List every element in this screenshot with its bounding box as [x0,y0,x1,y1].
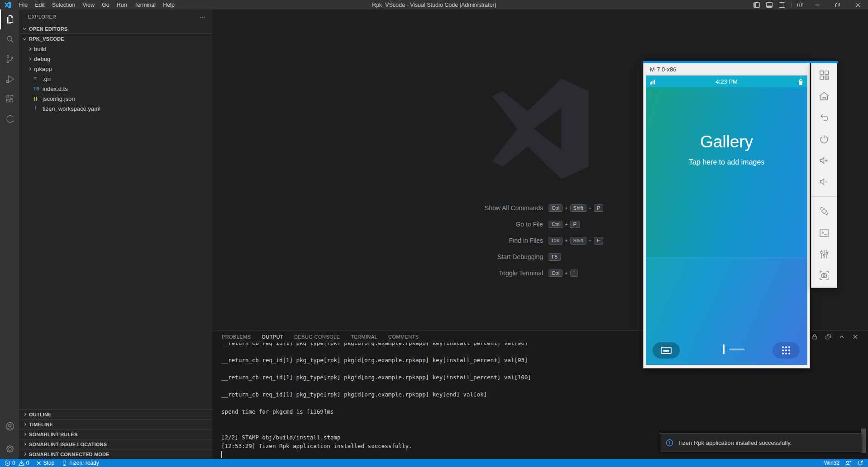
chevron-right-icon [28,47,31,50]
home-icon[interactable] [817,90,831,103]
tree-item-debug[interactable]: debug [19,54,212,64]
menu-terminal[interactable]: Terminal [131,0,159,9]
accounts-icon[interactable] [0,416,19,436]
emulator-window[interactable]: M-7.0-x86 4:23 PM Gallery Tap here to ad… [643,63,810,368]
section-sonarlint-connected-mode[interactable]: SONARLINT CONNECTED MODE [19,449,212,459]
maximize-panel-icon[interactable] [838,333,845,340]
shell-icon[interactable] [817,226,831,240]
vscode-watermark-logo [482,76,598,181]
notifications-bell-icon[interactable] [857,460,863,466]
output-line [221,425,868,433]
tree-item-index-dts[interactable]: TS index.d.ts [19,84,212,94]
menu-go[interactable]: Go [98,0,113,9]
close-button[interactable] [848,0,868,9]
section-timeline[interactable]: TIMELINE [19,419,212,429]
output-line [221,382,868,390]
chevron-right-icon [28,67,31,70]
section-sonarlint-issue-locations[interactable]: SONARLINT ISSUE LOCATIONS [19,439,212,449]
shortcut-show-all-commands[interactable]: Show All Commands Ctrl + Shift + P [455,203,625,213]
menu-view[interactable]: View [79,0,98,9]
controls-icon[interactable] [817,247,831,261]
menu-bar: File Edit Selection View Go Run Terminal… [15,0,178,9]
sonarlint-icon[interactable] [0,109,19,129]
tree-item-tizen-workspace[interactable]: ! tizen_workspace.yaml [19,104,212,113]
chevron-right-icon [23,453,26,456]
rotate-screen-icon[interactable] [817,204,831,218]
tab-terminal[interactable]: TERMINAL [351,332,377,341]
extensions-icon[interactable] [0,89,19,109]
tree-item-gn[interactable]: ≡ .gn [19,74,212,84]
search-icon[interactable] [0,29,19,49]
home-indicator-dash [729,349,745,350]
source-control-icon[interactable] [0,49,19,69]
tab-comments[interactable]: COMMENTS [388,332,419,341]
tab-output[interactable]: OUTPUT [262,332,283,341]
workspace-section[interactable]: RPK_VSCODE [19,34,212,44]
chevron-right-icon [23,443,26,446]
tab-debug-console[interactable]: DEBUG CONSOLE [294,332,340,341]
menu-help[interactable]: Help [159,0,178,9]
close-panel-icon[interactable] [852,333,859,340]
section-sonarlint-rules[interactable]: SONARLINT RULES [19,429,212,439]
settings-gear-icon[interactable] [0,439,19,459]
tizen-status[interactable]: Tizen: ready [62,460,99,466]
shortcut-find-in-files[interactable]: Find in Files Ctrl + Shift + F [455,236,625,245]
restore-button[interactable] [827,0,848,9]
battery-icon [798,78,803,85]
more-actions-icon[interactable]: ⋯ [199,13,206,20]
back-icon[interactable] [817,111,831,124]
chevron-right-icon [23,433,26,436]
home-indicator [723,344,725,354]
toggle-primary-sidebar-icon[interactable] [750,0,763,9]
tree-item-rpkapp[interactable]: rpkapp [19,64,212,74]
menu-edit[interactable]: Edit [31,0,48,9]
platform-indicator[interactable]: Win32 [824,460,839,466]
device-icon [62,460,67,466]
json-icon: {} [33,96,43,101]
menu-run[interactable]: Run [113,0,131,9]
recent-apps-button[interactable] [653,342,680,359]
yaml-warning-icon: ! [33,105,43,112]
menu-file[interactable]: File [15,0,31,9]
emulator-title: M-7.0-x86 [650,66,677,73]
app-grid-icon[interactable] [817,68,831,82]
power-icon[interactable] [817,132,831,146]
tree-item-build[interactable]: build [19,44,212,54]
toggle-panel-icon[interactable] [763,0,776,9]
app-drawer-button[interactable] [773,342,800,359]
phone-nav-bar [646,337,807,364]
minimize-button[interactable] [807,0,827,9]
gallery-title: Gallery [646,132,807,151]
recent-apps-icon [660,346,672,355]
emulator-screen[interactable]: 4:23 PM Gallery Tap here to add images [646,75,807,365]
gallery-header[interactable]: Gallery Tap here to add images [646,87,807,258]
stop-button[interactable]: Stop [36,460,54,466]
section-outline[interactable]: OUTLINE [19,409,212,419]
status-bar: 0 0 Stop Tizen: ready Win32 [0,459,868,467]
explorer-icon[interactable] [0,9,19,29]
phone-status-bar: 4:23 PM [646,76,807,87]
shortcut-start-debugging[interactable]: Start Debugging F5 [455,252,625,262]
feedback-icon[interactable] [845,460,852,466]
toggle-secondary-sidebar-icon[interactable] [776,0,788,9]
sidebar-bottom-sections: OUTLINE TIMELINE SONARLINT RULES SONARLI… [19,409,212,459]
workspace-label: RPK_VSCODE [29,36,64,42]
problems-status[interactable]: 0 0 [5,460,29,466]
shortcut-go-to-file[interactable]: Go to File Ctrl + P [455,219,625,229]
notification-toast[interactable]: Tizen Rpk application installed successf… [660,433,862,452]
open-editors-section[interactable]: OPEN EDITORS [19,24,212,34]
tab-problems[interactable]: PROBLEMS [222,332,251,341]
shortcut-toggle-terminal[interactable]: Toggle Terminal Ctrl + ` [455,268,625,278]
volume-down-icon[interactable] [817,175,831,189]
tree-item-jsconfig[interactable]: {} jsconfig.json [19,94,212,104]
tizen-emulator: M-7.0-x86 4:23 PM Gallery Tap here to ad… [643,61,838,368]
menu-selection[interactable]: Selection [48,0,79,9]
customize-layout-icon[interactable] [794,0,807,9]
output-line: __return_cb req_id[1] pkg_type[rpk] pkgi… [221,373,868,382]
screenshot-icon[interactable] [817,269,831,282]
chevron-right-icon [28,57,31,60]
run-and-debug-icon[interactable] [0,69,19,89]
typescript-icon: TS [33,86,43,91]
volume-up-icon[interactable] [817,154,831,167]
warning-icon [19,460,24,466]
